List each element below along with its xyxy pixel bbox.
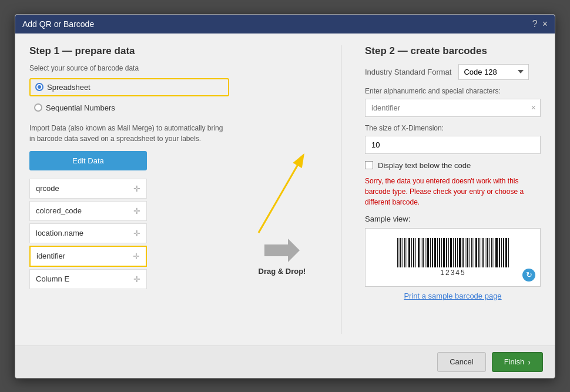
svg-rect-10 [413,238,414,267]
svg-rect-44 [491,238,492,267]
svg-rect-49 [503,238,504,267]
refresh-icon[interactable]: ↻ [522,269,535,282]
svg-rect-12 [418,238,420,267]
cancel-button[interactable]: Cancel [437,352,485,372]
barcode-container: 12345 [394,238,512,276]
sample-view-box: 12345 ↻ [365,228,541,287]
svg-rect-31 [462,238,464,267]
svg-rect-51 [508,238,509,267]
finish-button[interactable]: Finish › [492,352,543,372]
svg-rect-24 [446,238,447,267]
svg-rect-16 [427,238,429,267]
field-name-location-name: location.name [36,229,83,237]
svg-rect-48 [501,238,502,267]
svg-rect-23 [443,238,445,267]
dialog-content: Step 1 — prepare data Select your source… [15,33,555,346]
finish-chevron-icon: › [528,357,531,367]
finish-label: Finish [504,357,525,366]
svg-rect-13 [421,238,421,267]
help-icon[interactable]: ? [532,19,538,29]
svg-rect-25 [448,238,449,267]
field-row-location-name[interactable]: location.name ✛ [29,223,147,243]
svg-rect-20 [437,238,438,267]
error-message: Sorry, the data you entered doesn't work… [365,176,541,207]
svg-rect-36 [474,238,474,267]
edit-data-button[interactable]: Edit Data [29,151,147,170]
svg-rect-32 [465,238,465,267]
step2-panel: Step 2 — create barcodes Industry Standa… [365,45,541,334]
arrow-area: Drag & Drop! [247,45,317,334]
add-qr-barcode-dialog: Add QR or Barcode ? × Step 1 — prepare d… [15,14,555,378]
svg-rect-37 [475,238,477,267]
svg-rect-30 [459,238,461,267]
step2-heading: Step 2 — create barcodes [365,45,541,57]
drag-icon-identifier: ✛ [133,252,140,261]
svg-rect-42 [487,238,488,267]
divider [341,45,341,334]
radio-sequential-circle [34,103,42,112]
svg-rect-21 [439,238,440,267]
svg-rect-26 [450,238,452,267]
svg-rect-43 [489,238,490,267]
close-icon[interactable]: × [542,19,548,29]
titlebar-icons: ? × [532,19,548,29]
dialog-footer: Cancel Finish › [15,346,555,378]
svg-rect-41 [485,238,485,267]
field-name-colored-code: colored_code [36,206,82,215]
display-text-checkbox[interactable] [365,161,373,169]
field-row-column-e[interactable]: Column E ✛ [29,269,147,289]
svg-rect-7 [407,238,407,267]
svg-rect-47 [499,238,500,267]
svg-rect-14 [423,238,424,267]
radio-spreadsheet-circle [35,83,43,91]
alphanumeric-label: Enter alphanumeric and special character… [365,87,541,95]
svg-rect-4 [400,238,401,267]
svg-rect-19 [434,238,436,267]
field-name-column-e: Column E [36,274,69,283]
radio-sequential-label: Sequential Numbers [46,103,115,112]
svg-rect-17 [430,238,431,267]
sample-view-label: Sample view: [365,215,541,223]
drag-icon-qrcode: ✛ [133,184,140,193]
data-fields-list: qrcode ✛ colored_code ✛ location.name ✛ … [29,179,229,289]
input-clear-icon[interactable]: × [531,103,536,112]
field-row-colored-code[interactable]: colored_code ✛ [29,201,147,221]
dialog-title: Add QR or Barcode [22,19,94,29]
identifier-input[interactable] [365,99,541,117]
svg-text:12345: 12345 [440,269,465,276]
format-row: Industry Standard Format Code 128 QR Cod… [365,64,541,80]
xdim-input[interactable] [365,136,541,154]
barcode-svg: 12345 [394,238,512,276]
svg-rect-29 [457,238,458,267]
svg-rect-38 [478,238,480,267]
field-row-identifier[interactable]: identifier ✛ [29,246,147,267]
identifier-input-wrap: × [365,99,541,117]
format-select[interactable]: Code 128 QR Code EAN-13 Code 39 UPC-A [458,64,529,80]
svg-rect-9 [411,238,412,267]
format-label: Industry Standard Format [365,68,451,76]
source-label: Select your source of barcode data [29,64,229,72]
drag-icon-column-e: ✛ [133,274,140,284]
svg-rect-27 [453,238,454,267]
svg-line-1 [259,156,303,233]
svg-rect-46 [495,238,498,267]
radio-spreadsheet[interactable]: Spreadsheet [29,78,229,96]
gray-arrow [264,239,300,262]
radio-sequential[interactable]: Sequential Numbers [29,100,229,116]
field-name-qrcode: qrcode [36,184,59,193]
field-name-identifier: identifier [36,252,65,260]
dialog-body: Step 1 — prepare data Select your source… [15,33,555,346]
display-text-label: Display text below the code [378,161,471,170]
svg-rect-35 [471,238,472,267]
svg-rect-45 [494,238,494,267]
svg-rect-5 [403,238,403,267]
svg-rect-33 [467,238,468,267]
svg-rect-15 [425,238,425,267]
print-sample-link[interactable]: Print a sample barcode page [365,292,541,300]
dialog-titlebar: Add QR or Barcode ? × [15,15,555,33]
svg-rect-6 [404,238,405,267]
svg-rect-50 [505,238,507,267]
svg-rect-34 [470,238,470,267]
import-description: Import Data (also known as Mail Merge) t… [29,123,229,144]
field-row-qrcode[interactable]: qrcode ✛ [29,179,147,199]
